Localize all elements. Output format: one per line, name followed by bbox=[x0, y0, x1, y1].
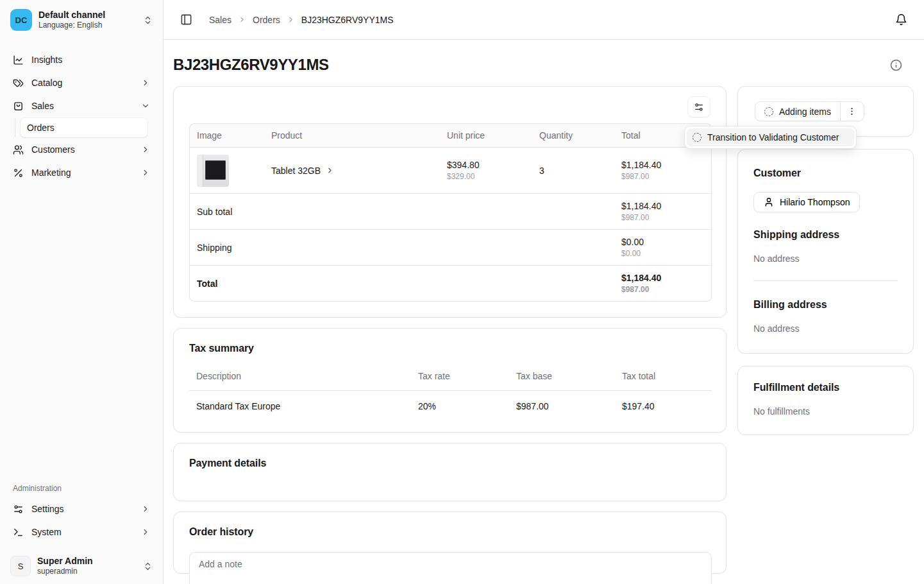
product-thumbnail bbox=[197, 155, 229, 187]
chevron-right-icon bbox=[141, 145, 150, 154]
line-total-net: $987.00 bbox=[621, 172, 704, 181]
subtotal-net: $987.00 bbox=[621, 213, 704, 222]
sidebar-item-label: Insights bbox=[31, 55, 150, 65]
total-label: Total bbox=[189, 266, 614, 302]
channel-switcher[interactable]: DC Default channel Language: English bbox=[9, 8, 154, 32]
billing-address-title: Billing address bbox=[753, 299, 898, 311]
tax-total: $197.40 bbox=[615, 391, 712, 416]
sidebar-item-label: System bbox=[31, 527, 133, 537]
subtotal-value: $1,184.40 bbox=[621, 201, 704, 211]
chevron-right-icon bbox=[326, 166, 334, 175]
total-row: Total $1,184.40 $987.00 bbox=[189, 266, 712, 302]
page-title: BJ23HGZ6RV9YY1MS bbox=[173, 56, 329, 74]
sidebar-item-settings[interactable]: Settings bbox=[9, 498, 154, 520]
sliders-icon bbox=[13, 504, 24, 515]
sidebar-item-label: Catalog bbox=[31, 78, 133, 88]
order-actions-dropdown: Transition to Validating Customer bbox=[684, 126, 857, 149]
sidebar-item-customers[interactable]: Customers bbox=[9, 139, 154, 160]
sidebar-item-catalog[interactable]: Catalog bbox=[9, 72, 154, 94]
sidebar-item-label: Customers bbox=[31, 144, 133, 155]
user-avatar: S bbox=[10, 556, 31, 576]
percent-icon bbox=[13, 167, 24, 178]
terminal-icon bbox=[13, 527, 24, 538]
tax-summary-card: Tax summary Description Tax rate Tax bas… bbox=[173, 328, 727, 433]
transition-state-menu-item[interactable]: Transition to Validating Customer bbox=[687, 128, 854, 146]
order-line-row: Tablet 32GB $394.80 $329.00 bbox=[189, 148, 712, 194]
channel-language: Language: English bbox=[38, 21, 137, 30]
order-actions-menu-button[interactable] bbox=[840, 102, 864, 121]
tax-rate: 20% bbox=[411, 391, 509, 416]
column-header-quantity: Quantity bbox=[532, 123, 614, 148]
chevron-right-icon bbox=[287, 15, 295, 24]
info-icon[interactable] bbox=[890, 59, 902, 71]
fulfillment-details-card: Fulfillment details No fulfillments bbox=[737, 366, 914, 435]
topbar: Sales Orders BJ23HGZ6RV9YY1MS bbox=[164, 0, 924, 40]
column-header-tax-total: Tax total bbox=[615, 366, 712, 391]
unit-price-net: $329.00 bbox=[447, 172, 525, 181]
sidebar-item-label: Orders bbox=[27, 123, 55, 133]
app-window: DC Default channel Language: English Ins… bbox=[0, 0, 924, 584]
subtotal-label: Sub total bbox=[189, 194, 614, 230]
bell-icon[interactable] bbox=[895, 13, 907, 26]
spinner-icon bbox=[764, 107, 773, 116]
line-total: $1,184.40 bbox=[621, 160, 704, 170]
billing-address-value: No address bbox=[753, 323, 898, 334]
breadcrumb-current: BJ23HGZ6RV9YY1MS bbox=[301, 15, 394, 25]
order-history-title: Order history bbox=[189, 526, 710, 538]
column-header-image: Image bbox=[189, 123, 264, 148]
tax-base: $987.00 bbox=[509, 391, 615, 416]
shipping-label: Shipping bbox=[189, 230, 614, 266]
sidebar-item-system[interactable]: System bbox=[9, 521, 154, 543]
customer-link-button[interactable]: Hilario Thompson bbox=[753, 192, 860, 212]
order-history-card: Order history bbox=[173, 511, 727, 574]
settings2-icon bbox=[694, 102, 704, 112]
panel-left-toggle-icon[interactable] bbox=[180, 13, 192, 26]
column-header-tax-rate: Tax rate bbox=[411, 366, 509, 391]
column-header-unit-price: Unit price bbox=[440, 123, 532, 148]
sidebar-item-sales[interactable]: Sales bbox=[9, 95, 154, 117]
fulfillments-empty-text: No fulfillments bbox=[753, 406, 898, 417]
divider bbox=[753, 280, 898, 281]
order-state-button[interactable]: Adding items bbox=[755, 102, 840, 121]
users-icon bbox=[13, 144, 24, 155]
sidebar-item-insights[interactable]: Insights bbox=[9, 49, 154, 71]
user-menu[interactable]: S Super Admin superadmin bbox=[9, 554, 154, 578]
breadcrumb: Sales Orders BJ23HGZ6RV9YY1MS bbox=[209, 15, 394, 25]
chevron-right-icon bbox=[141, 504, 150, 513]
shipping-row: Shipping $0.00 $0.00 bbox=[189, 230, 712, 266]
column-header-description: Description bbox=[189, 366, 411, 391]
page-content: BJ23HGZ6RV9YY1MS bbox=[164, 40, 924, 584]
user-icon bbox=[764, 197, 774, 207]
spinner-icon bbox=[693, 133, 701, 142]
sidebar-item-label: Settings bbox=[31, 504, 133, 514]
table-settings-button[interactable] bbox=[687, 96, 710, 117]
breadcrumb-sales[interactable]: Sales bbox=[209, 15, 231, 25]
product-link[interactable]: Tablet 32GB bbox=[271, 166, 334, 176]
add-note-input[interactable] bbox=[189, 552, 712, 584]
user-username: superadmin bbox=[37, 567, 137, 576]
tax-description: Standard Tax Europe bbox=[189, 391, 411, 416]
breadcrumb-orders[interactable]: Orders bbox=[253, 15, 280, 25]
administration-section-label: Administration bbox=[9, 484, 154, 493]
sidebar-item-orders[interactable]: Orders bbox=[21, 118, 147, 137]
chevron-down-icon bbox=[141, 101, 150, 110]
payment-details-card: Payment details bbox=[173, 443, 727, 501]
unit-price: $394.80 bbox=[447, 160, 525, 170]
more-vertical-icon bbox=[847, 107, 857, 116]
order-items-card: Image Product Unit price Quantity Total bbox=[173, 86, 727, 318]
quantity-value: 3 bbox=[539, 166, 544, 176]
channel-name: Default channel bbox=[38, 10, 137, 21]
customer-name: Hilario Thompson bbox=[780, 197, 850, 207]
customer-card: Customer Hilario Thompson Shipping addre… bbox=[737, 149, 914, 354]
sidebar-item-marketing[interactable]: Marketing bbox=[9, 162, 154, 184]
payment-details-title: Payment details bbox=[189, 458, 710, 469]
shipping-address-title: Shipping address bbox=[753, 229, 898, 241]
tax-summary-table: Description Tax rate Tax base Tax total … bbox=[189, 366, 712, 415]
channel-avatar: DC bbox=[10, 9, 32, 31]
sidebar-item-label: Marketing bbox=[31, 167, 133, 178]
chart-line-icon bbox=[13, 55, 24, 65]
shipping-value: $0.00 bbox=[621, 237, 704, 247]
table-header-row: Image Product Unit price Quantity Total bbox=[189, 123, 712, 148]
product-name: Tablet 32GB bbox=[271, 166, 321, 176]
shopping-bag-icon bbox=[13, 101, 24, 112]
